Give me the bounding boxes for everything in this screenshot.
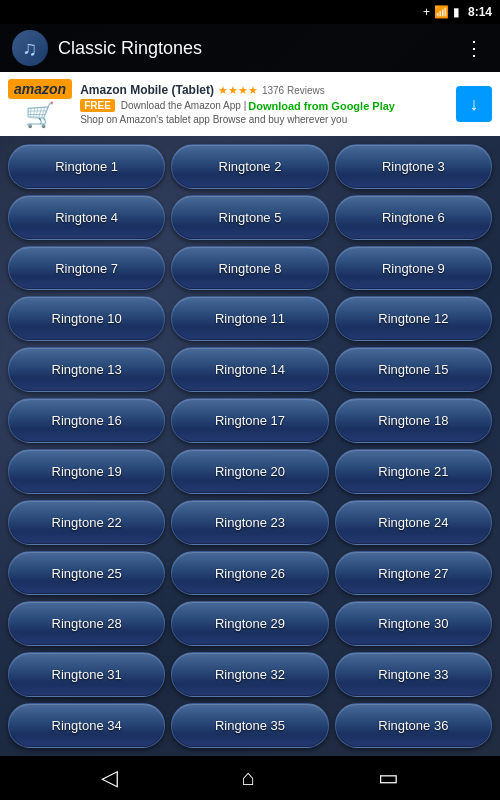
ringtone-button-19[interactable]: Ringtone 19 (8, 449, 165, 494)
battery-icon: ▮ (453, 5, 460, 19)
ringtone-button-30[interactable]: Ringtone 30 (335, 601, 492, 646)
ringtone-button-13[interactable]: Ringtone 13 (8, 347, 165, 392)
ringtone-button-16[interactable]: Ringtone 16 (8, 398, 165, 443)
ringtone-button-31[interactable]: Ringtone 31 (8, 652, 165, 697)
ringtone-button-22[interactable]: Ringtone 22 (8, 500, 165, 545)
bluetooth-icon: + (423, 5, 430, 19)
ringtone-button-35[interactable]: Ringtone 35 (171, 703, 328, 748)
ringtone-button-33[interactable]: Ringtone 33 (335, 652, 492, 697)
ringtone-button-8[interactable]: Ringtone 8 (171, 246, 328, 291)
ringtone-button-12[interactable]: Ringtone 12 (335, 296, 492, 341)
ringtone-grid: Ringtone 1Ringtone 2Ringtone 3Ringtone 4… (0, 136, 500, 756)
ringtone-button-23[interactable]: Ringtone 23 (171, 500, 328, 545)
overflow-menu-icon[interactable]: ⋮ (460, 32, 488, 64)
ringtone-button-9[interactable]: Ringtone 9 (335, 246, 492, 291)
ringtone-button-20[interactable]: Ringtone 20 (171, 449, 328, 494)
ad-stars: ★★★★ (218, 84, 258, 97)
ringtone-button-34[interactable]: Ringtone 34 (8, 703, 165, 748)
ringtone-button-29[interactable]: Ringtone 29 (171, 601, 328, 646)
ringtone-button-27[interactable]: Ringtone 27 (335, 551, 492, 596)
ringtone-button-25[interactable]: Ringtone 25 (8, 551, 165, 596)
time-display: 8:14 (468, 5, 492, 19)
ringtone-button-26[interactable]: Ringtone 26 (171, 551, 328, 596)
ringtone-button-21[interactable]: Ringtone 21 (335, 449, 492, 494)
ringtone-button-36[interactable]: Ringtone 36 (335, 703, 492, 748)
ringtone-button-24[interactable]: Ringtone 24 (335, 500, 492, 545)
home-button[interactable]: ⌂ (225, 761, 270, 795)
ringtone-button-10[interactable]: Ringtone 10 (8, 296, 165, 341)
ad-reviews: 1376 Reviews (262, 85, 325, 96)
status-icons: + 📶 ▮ 8:14 (423, 5, 492, 19)
ad-sub-text: Shop on Amazon's tablet app Browse and b… (80, 114, 347, 125)
ringtone-button-32[interactable]: Ringtone 32 (171, 652, 328, 697)
ad-play-link[interactable]: Download from Google Play (248, 100, 395, 112)
ringtone-button-17[interactable]: Ringtone 17 (171, 398, 328, 443)
app-icon: ♫ (12, 30, 48, 66)
cart-icon: 🛒 (25, 101, 55, 129)
ringtone-button-6[interactable]: Ringtone 6 (335, 195, 492, 240)
wifi-icon: 📶 (434, 5, 449, 19)
ringtone-button-7[interactable]: Ringtone 7 (8, 246, 165, 291)
ringtone-button-15[interactable]: Ringtone 15 (335, 347, 492, 392)
back-button[interactable]: ◁ (85, 761, 134, 795)
ad-banner: amazon 🛒 Amazon Mobile (Tablet) ★★★★ 137… (0, 72, 500, 136)
ringtone-button-3[interactable]: Ringtone 3 (335, 144, 492, 189)
ad-download-text: Download the Amazon App | (121, 100, 246, 111)
ringtone-button-28[interactable]: Ringtone 28 (8, 601, 165, 646)
ad-content: Amazon Mobile (Tablet) ★★★★ 1376 Reviews… (80, 83, 448, 125)
ringtone-button-1[interactable]: Ringtone 1 (8, 144, 165, 189)
ringtone-button-4[interactable]: Ringtone 4 (8, 195, 165, 240)
nav-bar: ◁ ⌂ ▭ (0, 756, 500, 800)
status-bar: + 📶 ▮ 8:14 (0, 0, 500, 24)
ringtone-button-11[interactable]: Ringtone 11 (171, 296, 328, 341)
ad-download-button[interactable]: ↓ (456, 86, 492, 122)
amazon-logo: amazon (8, 79, 72, 99)
ad-title: Amazon Mobile (Tablet) (80, 83, 214, 97)
app-bar: ♫ Classic Ringtones ⋮ (0, 24, 500, 72)
ringtone-button-18[interactable]: Ringtone 18 (335, 398, 492, 443)
recents-button[interactable]: ▭ (362, 761, 415, 795)
app-title: Classic Ringtones (58, 38, 450, 59)
ringtone-button-2[interactable]: Ringtone 2 (171, 144, 328, 189)
ringtone-button-14[interactable]: Ringtone 14 (171, 347, 328, 392)
ad-free-label: FREE (80, 99, 115, 112)
ringtone-button-5[interactable]: Ringtone 5 (171, 195, 328, 240)
